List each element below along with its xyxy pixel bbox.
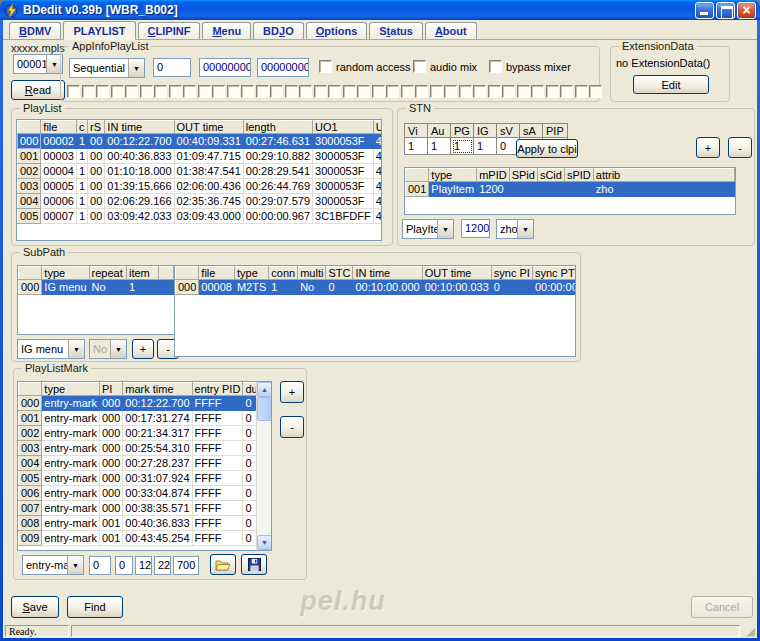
table-row[interactable]: 00000008M2TS1No000:10:00.00000:10:00.033… (176, 280, 577, 295)
count-cell[interactable]: 1 (428, 138, 451, 155)
chevron-down-icon[interactable]: ▼ (517, 220, 533, 238)
tab-playlist[interactable]: PLAYLIST (63, 21, 135, 40)
playback-type-select[interactable]: Sequential ▼ (69, 58, 145, 78)
uo-flag-checkbox[interactable] (96, 85, 109, 98)
uo-flag-checkbox[interactable] (430, 85, 443, 98)
extension-edit-button[interactable]: Edit (633, 75, 709, 94)
table-row[interactable]: 004entry-mark00000:27:28.237FFFF0 (19, 456, 273, 471)
uo-flag-checkbox[interactable] (357, 85, 370, 98)
tab-clipinf[interactable]: CLIPINF (138, 22, 201, 39)
chevron-down-icon[interactable]: ▼ (128, 59, 144, 77)
uo-flag-checkbox[interactable] (140, 85, 153, 98)
table-row[interactable]: 0010000310000:40:36.83301:09:47.71500:29… (18, 149, 383, 164)
table-row[interactable]: 006entry-mark00000:33:04.874FFFF0 (19, 486, 273, 501)
table-row[interactable]: 0020000410001:10:18.00001:38:47.54100:28… (18, 164, 383, 179)
playback-count-field[interactable]: 0 (153, 58, 191, 77)
save-button[interactable]: Save (11, 596, 59, 618)
minimize-button[interactable] (695, 2, 714, 19)
uo-flag-checkbox[interactable] (198, 85, 211, 98)
uo-flag-checkbox[interactable] (575, 85, 588, 98)
uo-flag-checkbox[interactable] (589, 85, 602, 98)
mark-field-4[interactable]: 22 (154, 556, 171, 575)
mark-field-2[interactable]: 0 (115, 556, 133, 575)
subpath-add-button[interactable]: + (132, 339, 154, 359)
uo-flag-checkbox[interactable] (560, 85, 573, 98)
mark-remove-button[interactable]: - (280, 416, 304, 438)
stn-lang-select[interactable]: zho ▼ (496, 219, 534, 239)
subpath-list[interactable]: typerepeatitem 000IG menuNo1 (17, 265, 175, 335)
stn-remove-button[interactable]: - (728, 137, 752, 158)
uo-flag-checkbox[interactable] (227, 85, 240, 98)
mark-field-3[interactable]: 12 (135, 556, 152, 575)
chevron-down-icon[interactable]: ▼ (68, 340, 84, 358)
mark-field-5[interactable]: 700 (173, 556, 199, 575)
save-mark-button[interactable] (241, 554, 267, 575)
maximize-button[interactable] (716, 2, 735, 19)
uo-flag-checkbox[interactable] (299, 85, 312, 98)
stn-add-button[interactable]: + (696, 137, 720, 158)
scrollbar[interactable]: ▲ ▼ (256, 382, 271, 550)
table-row[interactable]: 001PlayItem1200zho (406, 182, 735, 197)
scroll-down-icon[interactable]: ▼ (257, 535, 272, 550)
uo-flag-checkbox[interactable] (82, 85, 95, 98)
table-row[interactable]: 003entry-mark00000:25:54.310FFFF0 (19, 441, 273, 456)
uo-flag-checkbox[interactable] (546, 85, 559, 98)
table-row[interactable]: 009entry-mark00100:43:45.254FFFF0 (19, 531, 273, 546)
stn-stream-list[interactable]: typemPIDSPidsCidsPIDattrib 001PlayItem12… (404, 167, 736, 215)
uo-flag-checkbox[interactable] (125, 85, 138, 98)
tab-bdmv[interactable]: BDMV (9, 22, 61, 39)
uo-flag-checkbox[interactable] (183, 85, 196, 98)
scroll-up-icon[interactable]: ▲ (257, 382, 272, 397)
uo-mask2-field[interactable]: 00000000 (257, 58, 309, 77)
uo-flag-checkbox[interactable] (488, 85, 501, 98)
tab-menu[interactable]: Menu (202, 22, 251, 39)
uo-flag-checkbox[interactable] (415, 85, 428, 98)
table-row[interactable]: 001entry-mark00000:17:31.274FFFF0 (19, 411, 273, 426)
playlist-number-select[interactable]: 00001 ▼ (13, 54, 63, 74)
resize-grip[interactable]: ◢ (742, 625, 755, 637)
apply-to-clpi-button[interactable]: Apply to clpi (516, 139, 578, 158)
uo-flag-checkbox[interactable] (473, 85, 486, 98)
uo-flag-checkbox[interactable] (328, 85, 341, 98)
count-cell[interactable]: 1 (451, 138, 474, 155)
table-row[interactable]: 000IG menuNo1 (19, 280, 174, 295)
table-row[interactable]: 008entry-mark00100:40:36.833FFFF0 (19, 516, 273, 531)
mark-field-1[interactable]: 0 (89, 556, 111, 575)
tab-options[interactable]: Options (306, 22, 368, 39)
subplayitem-list[interactable]: filetypeconnmultiSTCIN timeOUT timesync … (174, 265, 576, 357)
stn-pid-field[interactable]: 1200 (461, 219, 490, 238)
playlist-list[interactable]: filecrSIN timeOUT timelengthUO1UO2An 000… (16, 119, 382, 241)
tab-bdjo[interactable]: BDJO (253, 22, 304, 39)
random-access-checkbox[interactable]: random access (319, 60, 411, 73)
uo-mask1-field[interactable]: 00000000 (199, 58, 251, 77)
uo-flag-checkbox[interactable] (241, 85, 254, 98)
tab-status[interactable]: Status (369, 22, 423, 39)
table-row[interactable]: 002entry-mark00000:21:34.317FFFF0 (19, 426, 273, 441)
uo-flag-checkbox[interactable] (386, 85, 399, 98)
subpath-type-select[interactable]: IG menu ▼ (17, 339, 85, 359)
uo-flag-checkbox[interactable] (531, 85, 544, 98)
close-button[interactable] (737, 2, 756, 19)
table-row[interactable]: 000entry-mark00000:12:22.700FFFF0 (19, 396, 273, 411)
count-cell[interactable]: 1 (405, 138, 428, 155)
uo-flag-checkbox[interactable] (459, 85, 472, 98)
uo-flag-checkbox[interactable] (67, 85, 80, 98)
uo-flag-checkbox[interactable] (372, 85, 385, 98)
playlistmark-list[interactable]: typePImark timeentry PIDduration 000entr… (17, 381, 272, 551)
table-row[interactable]: 0040000610002:06:29.16602:35:36.74500:29… (18, 194, 383, 209)
title-bar[interactable]: BDedit v0.39b [WBR_B002] (0, 0, 760, 20)
uo-flag-checkbox[interactable] (444, 85, 457, 98)
table-row[interactable]: 0030000510001:39:15.66602:06:00.43600:26… (18, 179, 383, 194)
table-row[interactable]: 007entry-mark00000:38:35.571FFFF0 (19, 501, 273, 516)
tab-about[interactable]: About (425, 22, 477, 39)
audio-mix-checkbox[interactable]: audio mix (413, 60, 477, 73)
uo-flag-checkbox[interactable] (212, 85, 225, 98)
uo-flag-checkbox[interactable] (343, 85, 356, 98)
count-cell[interactable]: 1 (474, 138, 497, 155)
mark-type-select[interactable]: entry-mark ▼ (22, 555, 84, 575)
read-button[interactable]: Read (11, 80, 65, 100)
bypass-mixer-checkbox[interactable]: bypass mixer (489, 60, 571, 73)
uo-flag-checkbox[interactable] (256, 85, 269, 98)
uo-flag-checkbox[interactable] (314, 85, 327, 98)
uo-flag-checkbox[interactable] (111, 85, 124, 98)
